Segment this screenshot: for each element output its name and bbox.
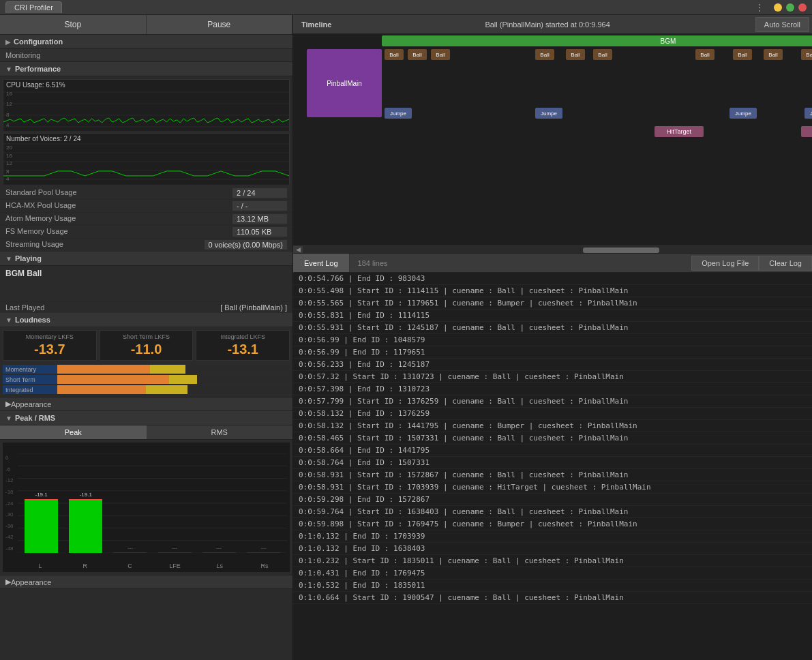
timeline-scroll-left[interactable]: ◀: [293, 246, 303, 253]
integrated-meter: Integrated LKFS -13.1: [196, 330, 290, 361]
voices-chart: Number of Voices: 2 / 24 20161284: [3, 133, 290, 184]
ball-track-3: Ball: [431, 49, 450, 60]
peak-chart-area: 0-6-12-18-24-30-36-42-48: [3, 442, 290, 572]
open-log-file-button[interactable]: Open Log File: [691, 256, 759, 271]
title-bar: CRI Profiler ⋮: [0, 0, 812, 15]
standard-pool-value: 2 / 24: [232, 188, 287, 198]
last-played-row: Last Played [ Ball (PinballMain) ]: [0, 301, 292, 313]
short-term-label: Short Term LKFS: [103, 333, 190, 340]
log-line: 0:0:57.32 | Start ID : 1310723 | cuename…: [293, 371, 812, 383]
atom-memory-label: Atom Memory Usage: [5, 214, 76, 224]
ball-track-1: Ball: [385, 49, 404, 60]
event-log-header: Event Log 184 lines Open Log File Clear …: [293, 254, 812, 273]
log-line: 0:1:0.664 | Start ID : 1900547 | cuename…: [293, 592, 812, 604]
log-line: 0:0:59.298 | End ID : 1572867: [293, 494, 812, 506]
loudness-title: Loudness: [15, 316, 50, 324]
more-icon[interactable]: ⋮: [755, 2, 764, 13]
log-line: 0:0:58.931 | Start ID : 1703939 | cuenam…: [293, 481, 812, 494]
stop-button[interactable]: Stop: [0, 15, 147, 34]
momentary-bar-row: Momentary: [3, 365, 290, 374]
config-title: Configuration: [14, 38, 63, 46]
configuration-header[interactable]: ▶ Configuration: [0, 35, 292, 49]
log-line: 0:0:58.764 | End ID : 1507331: [293, 457, 812, 469]
log-line: 0:0:58.931 | Start ID : 1572867 | cuenam…: [293, 469, 812, 481]
last-played-value: [ Ball (PinballMain) ]: [220, 303, 287, 312]
event-log-tab[interactable]: Event Log: [293, 254, 350, 272]
voices-y-axis: 20161284: [6, 145, 12, 182]
streaming-value: 0 voice(s) (0.00 Mbps): [205, 240, 287, 250]
playing-header[interactable]: ▼ Playing: [0, 252, 292, 266]
streaming-row: Streaming Usage 0 voice(s) (0.00 Mbps): [0, 239, 292, 252]
log-line: 0:0:58.132 | End ID : 1376259: [293, 408, 812, 420]
integrated-bar-row: Integrated: [3, 385, 290, 394]
log-line: 0:0:57.799 | Start ID : 1376259 | cuenam…: [293, 395, 812, 408]
ball-track-8: Ball: [733, 49, 752, 60]
appearance2-arrow: ▶: [5, 578, 11, 586]
ball-track-5: Ball: [566, 49, 585, 60]
timeline-header: Timeline Ball (PinballMain) started at 0…: [293, 15, 812, 34]
ball-track-9: Ball: [764, 49, 783, 60]
fs-memory-row: FS Memory Usage 110.05 KB: [0, 226, 292, 239]
standard-pool-label: Standard Pool Usage: [5, 188, 77, 198]
maximize-button[interactable]: [786, 3, 794, 12]
log-line: 0:0:59.764 | Start ID : 1638403 | cuenam…: [293, 506, 812, 518]
main-layout: Stop Pause ▶ Configuration Monitoring ▼ …: [0, 15, 812, 660]
loudness-arrow: ▼: [5, 316, 12, 324]
cpu-label: CPU Usage: 6.51%: [6, 81, 65, 89]
log-line: 0:0:55.498 | Start ID : 1114115 | cuenam…: [293, 285, 812, 297]
clear-log-button[interactable]: Clear Log: [759, 256, 812, 271]
log-line: 0:1:0.532 | End ID : 1835011: [293, 580, 812, 592]
event-log-content[interactable]: 0:0:54.766 | End ID : 9830430:0:55.498 |…: [293, 273, 812, 660]
performance-header[interactable]: ▼ Performance: [0, 62, 292, 76]
loudness-bars: Momentary Short Term I: [0, 363, 292, 397]
timeline-area: BGM PinballMain Ball Ball Ball Ball Ball…: [293, 34, 812, 245]
peak-rms-header[interactable]: ▼ Peak / RMS: [0, 411, 292, 425]
ball-track-2: Ball: [408, 49, 427, 60]
appearance1-header[interactable]: ▶ Appearance: [0, 397, 292, 411]
last-played-label: Last Played: [5, 303, 44, 312]
pinball-main-track: PinballMain: [307, 49, 382, 117]
peak-tab[interactable]: Peak: [0, 425, 147, 439]
appearance2-label: Appearance: [11, 578, 51, 586]
auto-scroll-button[interactable]: Auto Scroll: [755, 17, 809, 32]
short-term-bar-label: Short Term: [5, 376, 35, 383]
short-term-bar-row: Short Term: [3, 375, 290, 384]
ball-track-4: Ball: [535, 49, 554, 60]
peak-rms-arrow: ▼: [5, 415, 12, 422]
jumper-track-4: Jumpe: [805, 108, 812, 119]
timeline-scroll-thumb[interactable]: [583, 247, 659, 253]
toolbar: Stop Pause: [0, 15, 292, 35]
cpu-chart: CPU Usage: 6.51% 161284: [3, 79, 290, 130]
jumper-track-3: Jumpe: [730, 108, 757, 119]
close-button[interactable]: [798, 3, 807, 12]
hca-mx-pool-value: - / -: [232, 201, 287, 211]
playing-section: BGM Ball: [0, 266, 292, 301]
integrated-label: Integrated LKFS: [199, 333, 286, 340]
performance-section: CPU Usage: 6.51% 161284 Number of Vo: [0, 76, 292, 187]
atom-memory-value: 13.12 MB: [232, 214, 287, 224]
integrated-value: -13.1: [199, 342, 286, 357]
loudness-header[interactable]: ▼ Loudness: [0, 313, 292, 327]
pause-button[interactable]: Pause: [147, 15, 293, 34]
rms-tab[interactable]: RMS: [147, 425, 293, 439]
playing-spacer: [0, 281, 292, 301]
log-line: 0:0:57.398 | End ID : 1310723: [293, 383, 812, 395]
config-arrow: ▶: [5, 38, 11, 46]
timeline-scrollbar: ◀: [293, 245, 812, 254]
timeline-scroll-track[interactable]: [303, 246, 812, 253]
log-line: 0:0:55.831 | End ID : 1114115: [293, 310, 812, 322]
window-controls: ⋮: [755, 2, 807, 13]
hittarget-track-2: HitTarget: [801, 126, 812, 137]
momentary-label: Momentary LKFS: [6, 333, 93, 340]
appearance1-label: Appearance: [11, 400, 51, 408]
log-line: 0:0:59.898 | Start ID : 1769475 | cuenam…: [293, 518, 812, 530]
log-line: 0:0:55.931 | Start ID : 1245187 | cuenam…: [293, 322, 812, 334]
log-line: 0:0:58.132 | Start ID : 1441795 | cuenam…: [293, 420, 812, 432]
monitoring-label: Monitoring: [0, 49, 292, 62]
perf-arrow: ▼: [5, 65, 12, 73]
log-line: 0:1:0.132 | End ID : 1703939: [293, 530, 812, 543]
title-tab[interactable]: CRI Profiler: [5, 1, 62, 13]
appearance2-header[interactable]: ▶ Appearance: [0, 575, 292, 589]
minimize-button[interactable]: [774, 3, 782, 12]
hca-mx-pool-label: HCA-MX Pool Usage: [5, 201, 76, 211]
